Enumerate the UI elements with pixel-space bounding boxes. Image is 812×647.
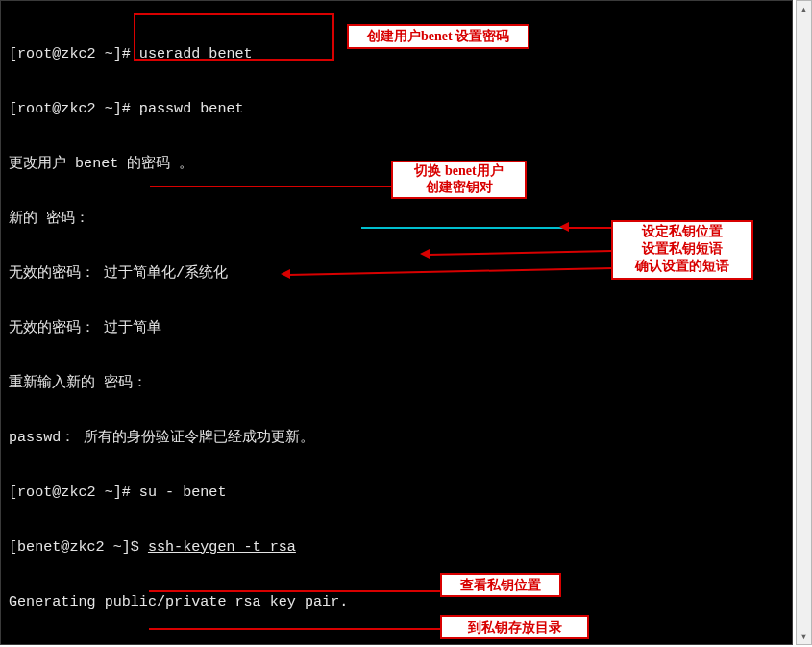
leader-line <box>149 590 440 592</box>
annotation-cd-key-dir: 到私钥存放目录 <box>440 615 589 639</box>
annotation-switch-user: 切换 benet用户 创建密钥对 <box>391 161 527 199</box>
leader-line <box>149 628 440 630</box>
arrowhead-icon <box>420 249 430 259</box>
annotation-view-key-location: 查看私钥位置 <box>440 573 561 597</box>
terminal-window[interactable]: [root@zkc2 ~]# useradd benet [root@zkc2 … <box>0 0 793 645</box>
terminal-line: 重新输入新的 密码： <box>9 374 792 392</box>
scroll-down-arrow-icon[interactable]: ▼ <box>797 628 811 644</box>
terminal-line: Generating public/private rsa key pair. <box>9 593 792 611</box>
terminal-line: [root@zkc2 ~]# su - benet <box>9 484 792 502</box>
leader-line <box>150 186 395 187</box>
annotation-private-key: 设定私钥位置 设置私钥短语 确认设置的短语 <box>611 220 753 280</box>
scrollbar[interactable]: ▲ ▼ <box>796 0 812 645</box>
annotation-create-user: 创建用户benet 设置密码 <box>347 24 529 49</box>
terminal-line: [benet@zkc2 ~]$ ssh-keygen -t rsa <box>9 538 792 557</box>
terminal-line: [root@zkc2 ~]# passwd benet <box>9 100 792 118</box>
scroll-up-arrow-icon[interactable]: ▲ <box>797 1 811 17</box>
arrowhead-icon <box>281 269 290 279</box>
arrow-line <box>567 227 611 229</box>
highlight-underline <box>361 227 578 229</box>
arrowhead-icon <box>559 222 569 232</box>
terminal-line: 无效的密码： 过于简单 <box>9 319 792 337</box>
terminal-line: passwd： 所有的身份验证令牌已经成功更新。 <box>9 429 792 447</box>
highlight-box-useradd <box>134 13 334 61</box>
